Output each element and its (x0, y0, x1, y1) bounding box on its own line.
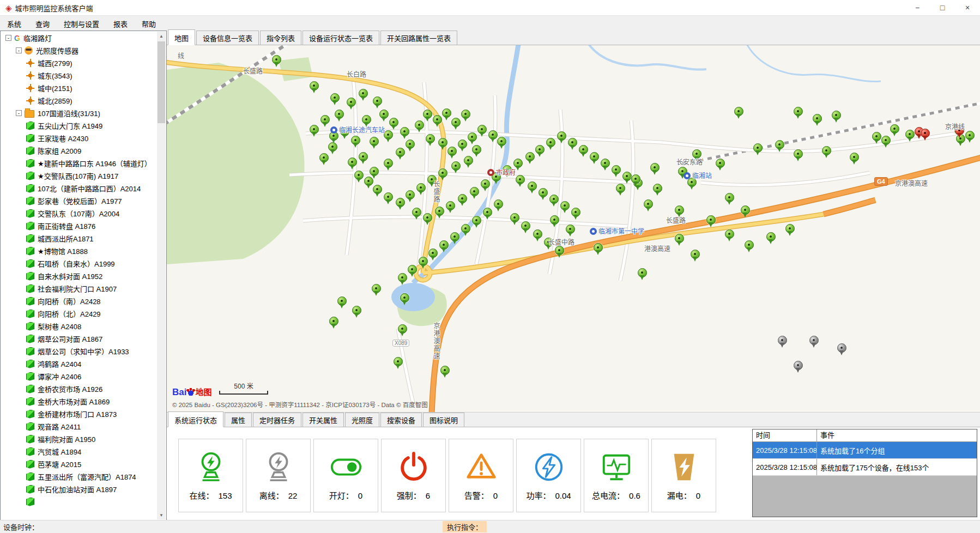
map-pin-green[interactable] (423, 213, 432, 222)
map-pin-gray[interactable] (794, 361, 803, 370)
map-pin-green[interactable] (822, 146, 831, 155)
tree-item[interactable]: 城西(2799) (1, 57, 157, 69)
map-pin-green[interactable] (525, 152, 535, 161)
map-pin-green[interactable] (488, 130, 498, 140)
view-tab[interactable]: 开关回路属性一览表 (380, 31, 457, 45)
map-pin-green[interactable] (352, 306, 361, 315)
map-pin-green[interactable] (419, 257, 428, 266)
map-pin-green[interactable] (319, 153, 329, 162)
map-pin-green[interactable] (965, 131, 975, 140)
map-pin-green[interactable] (691, 250, 700, 259)
map-pin-green[interactable] (396, 148, 405, 157)
map-pin-green[interactable] (622, 172, 632, 181)
tree-item[interactable]: 城西派出所A1871 (1, 232, 157, 245)
map-pin-green[interactable] (468, 132, 477, 142)
map-pin-green[interactable] (451, 161, 461, 171)
map-pin-green[interactable] (446, 201, 455, 210)
map-pin-green[interactable] (616, 184, 625, 193)
map-pin-green[interactable] (794, 107, 803, 116)
tree-item[interactable]: 社会福利院大门口 A1907 (1, 282, 157, 295)
map-pin-green[interactable] (638, 268, 647, 277)
map-pin-gray[interactable] (778, 336, 787, 345)
map-pin-green[interactable] (766, 232, 776, 241)
tree-item[interactable]: 城东(3543) (1, 69, 157, 82)
map-pin-green[interactable] (555, 246, 564, 255)
scroll-down-icon[interactable]: ▼ (157, 511, 166, 519)
tree-item[interactable]: 彭家巷（党校后面）A1977 (1, 195, 157, 207)
map-pin-green[interactable] (310, 81, 319, 90)
map-pin-green[interactable] (406, 140, 415, 149)
tree-item[interactable]: 福利院对面 A1950 (1, 433, 157, 445)
map-pin-green[interactable] (745, 240, 754, 250)
event-log-row[interactable]: 2025/3/28 12:15:08系统加载了16个分组 (753, 442, 977, 459)
bottom-tab[interactable]: 开关属性 (303, 413, 344, 427)
tree-item[interactable]: 烟草公司对面 A1867 (1, 332, 157, 345)
tree-item[interactable]: 石咀桥（自来水）A1999 (1, 257, 157, 270)
map-pin-green[interactable] (406, 190, 415, 199)
collapse-minus-icon[interactable]: - (16, 110, 22, 116)
map-pin-green[interactable] (384, 192, 393, 202)
tree-scrollbar[interactable]: ▲ ▼ (157, 32, 166, 519)
event-log-row[interactable]: 2025/3/28 12:15:08系统加载了175个设备，在线153个 (753, 459, 977, 476)
map-pin-green[interactable] (644, 199, 653, 209)
tree-item[interactable]: 向阳桥（北）A2429 (1, 307, 157, 320)
tree-item[interactable]: 梨树巷 A2408 (1, 320, 157, 332)
map-pin-green[interactable] (590, 152, 599, 161)
tree-item[interactable]: 城北(2859) (1, 94, 157, 107)
map-pin-green[interactable] (516, 175, 525, 184)
tree-item[interactable]: 五尖山大门东 A1949 (1, 119, 157, 132)
minimize-button[interactable]: − (905, 0, 930, 15)
map-pin-green[interactable] (631, 174, 640, 184)
map-pin-green[interactable] (521, 221, 530, 231)
map-pin-green[interactable] (396, 198, 405, 207)
collapse-minus-icon[interactable]: - (5, 35, 11, 41)
map-pin-green[interactable] (612, 165, 621, 174)
bottom-tab[interactable]: 图标说明 (423, 413, 464, 427)
bottom-tab[interactable]: 系统运行状态 (168, 411, 223, 427)
map-pin-green[interactable] (550, 215, 559, 225)
map-pin-green[interactable] (601, 159, 610, 168)
tree-item[interactable]: 汽贸城 A1894 (1, 445, 157, 458)
view-tab[interactable]: 地图 (168, 29, 195, 45)
map-pin-green[interactable] (675, 234, 684, 243)
tree-item[interactable]: 南正街转盘 A1876 (1, 220, 157, 232)
map-pin-green[interactable] (415, 120, 424, 130)
map-pin-green[interactable] (438, 168, 447, 178)
event-log[interactable]: 时间 事件 2025/3/28 12:15:08系统加载了16个分组2025/3… (752, 429, 977, 517)
map-pin-green[interactable] (426, 134, 435, 143)
map-pin-green[interactable] (533, 229, 542, 239)
map-pin-green[interactable] (370, 167, 379, 176)
map-pin-green[interactable] (753, 143, 763, 153)
tree-item[interactable]: 金桥农贸市场 A1926 (1, 383, 157, 395)
map-pin-green[interactable] (566, 225, 575, 234)
map-pin-green[interactable] (464, 156, 473, 165)
map-pin-green[interactable] (389, 118, 398, 127)
map-pin-green[interactable] (379, 110, 389, 119)
map-pin-green[interactable] (458, 194, 467, 203)
map-pin-green[interactable] (362, 115, 371, 124)
tree-item[interactable]: 芭茅塘 A2015 (1, 458, 157, 470)
map-pin-green[interactable] (328, 142, 337, 152)
bottom-tab[interactable]: 属性 (225, 413, 252, 427)
map-pin-green[interactable] (734, 107, 743, 116)
map-pin-green[interactable] (706, 215, 716, 225)
map-pin-gray[interactable] (809, 336, 819, 345)
map-pin-green[interactable] (472, 216, 481, 225)
tree-item[interactable] (1, 495, 157, 508)
map-pin-green[interactable] (451, 118, 461, 127)
map-pin-green[interactable] (440, 366, 450, 375)
tree-item[interactable]: 中石化加油站对面 A1897 (1, 483, 157, 495)
map-pin-green[interactable] (439, 240, 449, 250)
tree-item[interactable]: 城中(2151) (1, 82, 157, 94)
tree-item[interactable]: 金桥大市场对面 A1869 (1, 395, 157, 408)
menu-item[interactable]: 控制与设置 (57, 16, 106, 31)
map-pin-green[interactable] (890, 124, 899, 134)
map-pin-green[interactable] (549, 195, 559, 204)
map-pin-green[interactable] (794, 149, 803, 159)
menu-item[interactable]: 报表 (106, 16, 135, 31)
map-pin-green[interactable] (716, 159, 725, 168)
map-pin-green[interactable] (348, 158, 357, 167)
map-pin-green[interactable] (447, 147, 457, 156)
menu-item[interactable]: 查询 (28, 16, 57, 31)
map-pin-green[interactable] (494, 199, 503, 209)
